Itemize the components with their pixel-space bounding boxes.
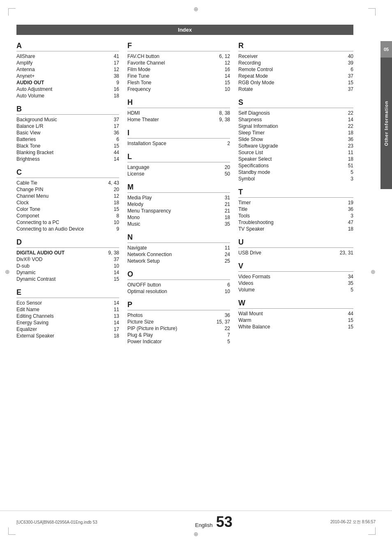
index-entry: Troubleshooting47 bbox=[238, 219, 353, 226]
entry-name: Home Theater bbox=[127, 117, 159, 122]
index-entry: AUDIO OUT9 bbox=[16, 79, 119, 86]
entry-page: 3 bbox=[337, 176, 353, 182]
entry-name: Clock bbox=[16, 200, 29, 206]
index-entry: Melody21 bbox=[127, 201, 230, 208]
entry-name: Favorite Channel bbox=[127, 60, 165, 66]
entry-name: Installation Space bbox=[127, 141, 166, 146]
entry-name: AllShare bbox=[16, 53, 35, 59]
entry-page: 41 bbox=[103, 53, 119, 59]
section-letter-M: M bbox=[127, 183, 230, 193]
section-S: SSelf Diagnosis22Sharpness14Signal Infor… bbox=[238, 98, 353, 182]
entry-name: Optimal resolution bbox=[127, 289, 167, 294]
entry-name: PIP (Picture in Picture) bbox=[127, 326, 177, 331]
index-entry: Source List11 bbox=[238, 149, 353, 156]
index-entry: Speaker Select18 bbox=[238, 156, 353, 162]
index-entry: Blanking Bracket44 bbox=[16, 149, 119, 156]
entry-name: Edit Name bbox=[16, 307, 39, 312]
index-entry: Language20 bbox=[127, 164, 230, 171]
entry-name: Photos bbox=[127, 312, 143, 318]
index-entry: Energy Saving14 bbox=[16, 319, 119, 326]
bottom-file-info: [UC6300-USA]BN68-02956A-01Eng.indb 53 bbox=[16, 520, 97, 525]
section-letter-D: D bbox=[16, 238, 119, 248]
index-entry: Power Indicator5 bbox=[127, 338, 230, 345]
entry-page: 17 bbox=[103, 60, 119, 66]
entry-page: 22 bbox=[337, 110, 353, 116]
center-right-mark: ⊕ bbox=[371, 268, 376, 275]
index-entry: USB Drive23, 31 bbox=[238, 250, 353, 256]
index-entry: Photos36 bbox=[127, 312, 230, 319]
entry-name: Auto Volume bbox=[16, 93, 44, 99]
section-letter-P: P bbox=[127, 300, 230, 310]
entry-name: Editing Channels bbox=[16, 313, 54, 319]
index-entry: HDMI8, 38 bbox=[127, 110, 230, 116]
section-letter-E: E bbox=[16, 288, 119, 298]
index-entry: TV Speaker18 bbox=[238, 226, 353, 232]
entry-name: FAV.CH button bbox=[127, 53, 159, 59]
center-top-mark: ⊕ bbox=[192, 5, 200, 13]
entry-page: 14 bbox=[103, 270, 119, 275]
bottom-date-info: 2010-06-22 오전 8:56:57 bbox=[330, 519, 376, 525]
index-entry: Sleep Timer18 bbox=[238, 129, 353, 136]
entry-page: 18 bbox=[337, 130, 353, 136]
entry-page: 31 bbox=[214, 195, 230, 201]
entry-name: Signal Information bbox=[238, 123, 278, 129]
section-I: IInstallation Space2 bbox=[127, 129, 230, 147]
entry-page: 36 bbox=[103, 130, 119, 136]
entry-name: Sharpness bbox=[238, 117, 262, 122]
section-letter-L: L bbox=[127, 153, 230, 162]
entry-name: Blanking Bracket bbox=[16, 150, 53, 155]
entry-page: 37 bbox=[103, 117, 119, 122]
entry-page: 18 bbox=[337, 226, 353, 232]
entry-page: 36 bbox=[214, 312, 230, 318]
entry-name: TV Speaker bbox=[238, 226, 264, 232]
index-entry: Repeat Mode37 bbox=[238, 73, 353, 79]
index-entry: Home Theater9, 38 bbox=[127, 116, 230, 123]
entry-page: 15 bbox=[337, 324, 353, 330]
entry-page: 11 bbox=[103, 307, 119, 312]
entry-page: 11 bbox=[337, 150, 353, 155]
index-entry: Videos35 bbox=[238, 280, 353, 287]
entry-page: 34 bbox=[337, 274, 353, 280]
entry-page: 8 bbox=[103, 213, 119, 219]
entry-name: Antenna bbox=[16, 67, 35, 72]
entry-page: 5 bbox=[337, 169, 353, 175]
entry-page: 23 bbox=[337, 143, 353, 149]
entry-name: Channel Menu bbox=[16, 193, 48, 199]
section-N: NNavigate11Network Connection24Network S… bbox=[127, 233, 230, 264]
entry-name: Melody bbox=[127, 201, 143, 207]
index-entry: Brightness14 bbox=[16, 156, 119, 162]
entry-name: Media Play bbox=[127, 195, 152, 201]
index-entry: Self Diagnosis22 bbox=[238, 110, 353, 116]
entry-page: 13 bbox=[103, 313, 119, 319]
entry-name: Troubleshooting bbox=[238, 220, 274, 225]
index-entry: RGB Only Mode15 bbox=[238, 79, 353, 86]
page-container: ⊕ ⊕ ⊕ ⊕ Other Information 05 Index AAllS… bbox=[0, 0, 392, 543]
section-letter-A: A bbox=[16, 42, 119, 51]
entry-page: 16 bbox=[103, 86, 119, 92]
index-entry: Channel Menu12 bbox=[16, 193, 119, 199]
entry-name: Cable Tie bbox=[16, 180, 37, 186]
index-entry: Flesh Tone15 bbox=[127, 79, 230, 86]
entry-name: Dynamic Contrast bbox=[16, 276, 55, 282]
entry-page: 12 bbox=[214, 60, 230, 66]
entry-name: Speaker Select bbox=[238, 156, 272, 162]
entry-page: 35 bbox=[337, 280, 353, 286]
index-entry: Basic View36 bbox=[16, 129, 119, 136]
entry-page: 18 bbox=[214, 215, 230, 220]
entry-name: Self Diagnosis bbox=[238, 110, 270, 116]
entry-name: License bbox=[127, 171, 144, 177]
entry-name: Music bbox=[127, 221, 140, 227]
section-letter-B: B bbox=[16, 105, 119, 115]
entry-name: Change PIN bbox=[16, 187, 43, 192]
section-T: TTimer19Title36Tools3Troubleshooting47TV… bbox=[238, 188, 353, 232]
side-tab-number: 05 bbox=[380, 41, 392, 58]
index-entry: Menu Transparency21 bbox=[127, 208, 230, 214]
section-L: LLanguage20License50 bbox=[127, 153, 230, 177]
entry-page: 9, 38 bbox=[103, 250, 119, 256]
entry-page: 12 bbox=[103, 67, 119, 72]
entry-name: Volume bbox=[238, 287, 255, 293]
section-letter-W: W bbox=[238, 299, 353, 309]
entry-name: Recording bbox=[238, 60, 261, 66]
entry-name: Menu Transparency bbox=[127, 208, 171, 214]
index-entry: Installation Space2 bbox=[127, 140, 230, 147]
